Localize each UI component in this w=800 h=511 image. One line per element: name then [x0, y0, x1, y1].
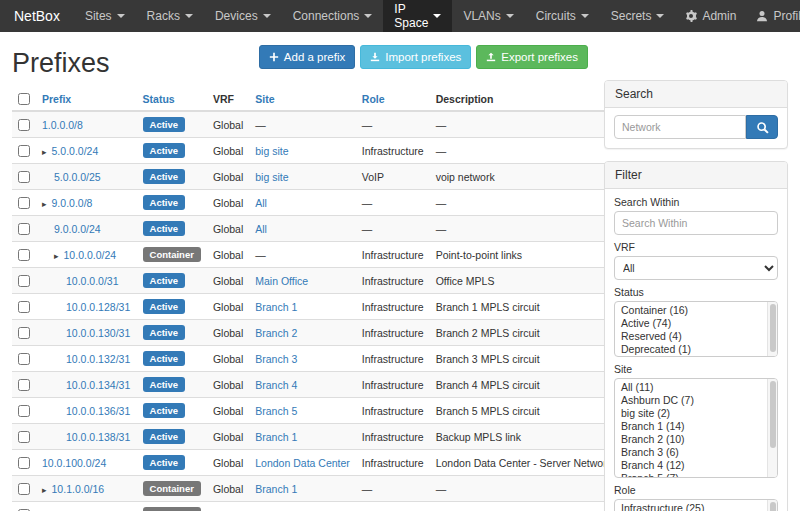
site-link[interactable]: Branch 3	[255, 353, 297, 365]
row-checkbox[interactable]	[18, 379, 30, 391]
scrollbar[interactable]	[767, 500, 777, 511]
select-all-checkbox[interactable]	[18, 93, 30, 105]
add-a-prefix-button[interactable]: Add a prefix	[259, 45, 355, 69]
import-prefixes-button[interactable]: Import prefixes	[360, 45, 471, 69]
button-label: Export prefixes	[501, 51, 578, 63]
row-checkbox[interactable]	[18, 223, 30, 235]
row-checkbox[interactable]	[18, 145, 30, 157]
row-checkbox[interactable]	[18, 483, 30, 495]
scrollbar-thumb[interactable]	[770, 381, 776, 448]
prefix-link[interactable]: 10.0.0.0/24	[64, 249, 117, 261]
scrollbar-thumb[interactable]	[770, 502, 776, 511]
row-checkbox[interactable]	[18, 457, 30, 469]
scrollbar-thumb[interactable]	[770, 304, 776, 352]
filter-option[interactable]: Active (74)	[615, 317, 767, 330]
site-link[interactable]: Branch 4	[255, 379, 297, 391]
scrollbar[interactable]	[767, 302, 777, 356]
nav-item-circuits[interactable]: Circuits	[525, 0, 600, 32]
expand-caret-icon[interactable]: ▸	[42, 485, 47, 495]
column-header-site[interactable]: Site	[249, 87, 356, 111]
site-link[interactable]: big site	[255, 171, 288, 183]
gear-icon	[685, 10, 697, 22]
filter-option[interactable]: Branch 5 (7)	[615, 472, 767, 477]
prefix-link[interactable]: 5.0.0.0/24	[52, 145, 99, 157]
search-input[interactable]	[614, 115, 746, 139]
row-checkbox[interactable]	[18, 171, 30, 183]
row-checkbox[interactable]	[18, 197, 30, 209]
filter-option[interactable]: Branch 2 (10)	[615, 433, 767, 446]
export-prefixes-button[interactable]: Export prefixes	[476, 45, 588, 69]
site-link[interactable]: Branch 2	[255, 327, 297, 339]
nav-util-label: Admin	[702, 9, 736, 23]
nav-admin[interactable]: Admin	[675, 0, 746, 32]
prefix-link[interactable]: 9.0.0.0/24	[54, 223, 101, 235]
search-button[interactable]	[746, 115, 778, 139]
prefix-link[interactable]: 10.0.0.128/31	[66, 301, 130, 313]
column-header-prefix[interactable]: Prefix	[36, 87, 137, 111]
filter-option[interactable]: Branch 4 (12)	[615, 459, 767, 472]
prefix-link[interactable]: 10.1.0.0/16	[52, 483, 105, 495]
listbox-options: Infrastructure (25)Management (8)Private…	[615, 500, 767, 511]
prefix-link[interactable]: 10.0.0.138/31	[66, 431, 130, 443]
row-checkbox[interactable]	[18, 275, 30, 287]
column-header-role[interactable]: Role	[356, 87, 430, 111]
nav-item-sites[interactable]: Sites	[74, 0, 136, 32]
site-link[interactable]: Branch 5	[255, 405, 297, 417]
search-within-input[interactable]	[614, 211, 778, 235]
nav-item-ip-space[interactable]: IP Space	[383, 0, 452, 32]
site-link[interactable]: All	[255, 197, 267, 209]
column-header-status[interactable]: Status	[137, 87, 207, 111]
site-link[interactable]: London Data Center	[255, 457, 350, 469]
prefix-link[interactable]: 9.0.0.0/8	[52, 197, 93, 209]
filter-option[interactable]: Branch 3 (6)	[615, 446, 767, 459]
scrollbar[interactable]	[767, 379, 777, 477]
expand-caret-icon[interactable]: ▸	[42, 147, 47, 157]
nav-item-secrets[interactable]: Secrets	[600, 0, 676, 32]
table-row: ▸9.0.0.0/8ActiveGlobalAll——	[12, 190, 618, 216]
prefix-link[interactable]: 10.0.0.132/31	[66, 353, 130, 365]
nav-item-racks[interactable]: Racks	[136, 0, 204, 32]
filter-option[interactable]: Reserved (4)	[615, 330, 767, 343]
row-checkbox[interactable]	[18, 431, 30, 443]
filter-option[interactable]: All (11)	[615, 381, 767, 394]
nav-item-devices[interactable]: Devices	[204, 0, 282, 32]
role-filter-listbox[interactable]: Infrastructure (25)Management (8)Private…	[614, 499, 778, 511]
prefix-cell: 1.0.0.0/8	[36, 111, 137, 138]
expand-caret-icon[interactable]: ▸	[42, 199, 47, 209]
prefix-link[interactable]: 10.0.0.136/31	[66, 405, 130, 417]
row-checkbox[interactable]	[18, 119, 30, 131]
site-link[interactable]: Main Office	[255, 275, 308, 287]
site-filter-listbox[interactable]: All (11)Ashburn DC (7)big site (2)Branch…	[614, 378, 778, 478]
vrf-select[interactable]: All	[614, 256, 778, 280]
prefix-link[interactable]: 10.0.100.0/24	[42, 457, 106, 469]
site-link[interactable]: All	[255, 223, 267, 235]
row-checkbox[interactable]	[18, 301, 30, 313]
filter-option[interactable]: Container (16)	[615, 304, 767, 317]
prefix-link[interactable]: 10.0.0.0/31	[66, 275, 119, 287]
nav-item-vlans[interactable]: VLANs	[452, 0, 524, 32]
prefix-link[interactable]: 10.0.0.134/31	[66, 379, 130, 391]
status-filter-listbox[interactable]: Container (16)Active (74)Reserved (4)Dep…	[614, 301, 778, 357]
nav-item-label: IP Space	[394, 2, 428, 30]
site-link[interactable]: Branch 1	[255, 483, 297, 495]
filter-option[interactable]: Deprecated (1)	[615, 343, 767, 356]
prefix-link[interactable]: 1.0.0.0/8	[42, 119, 83, 131]
app-logo[interactable]: NetBox	[0, 0, 74, 32]
prefix-link[interactable]: 10.0.0.130/31	[66, 327, 130, 339]
row-checkbox[interactable]	[18, 327, 30, 339]
row-checkbox[interactable]	[18, 353, 30, 365]
site-link[interactable]: big site	[255, 145, 288, 157]
site-link[interactable]: Branch 1	[255, 301, 297, 313]
site-cell: big site	[249, 164, 356, 190]
filter-option[interactable]: Branch 1 (14)	[615, 420, 767, 433]
row-checkbox[interactable]	[18, 249, 30, 261]
filter-option[interactable]: Infrastructure (25)	[615, 502, 767, 511]
prefix-link[interactable]: 5.0.0.0/25	[54, 171, 101, 183]
row-checkbox[interactable]	[18, 405, 30, 417]
expand-caret-icon[interactable]: ▸	[54, 251, 59, 261]
filter-option[interactable]: Ashburn DC (7)	[615, 394, 767, 407]
nav-item-connections[interactable]: Connections	[282, 0, 384, 32]
site-link[interactable]: Branch 1	[255, 431, 297, 443]
filter-option[interactable]: big site (2)	[615, 407, 767, 420]
nav-profile[interactable]: Profile	[746, 0, 800, 32]
